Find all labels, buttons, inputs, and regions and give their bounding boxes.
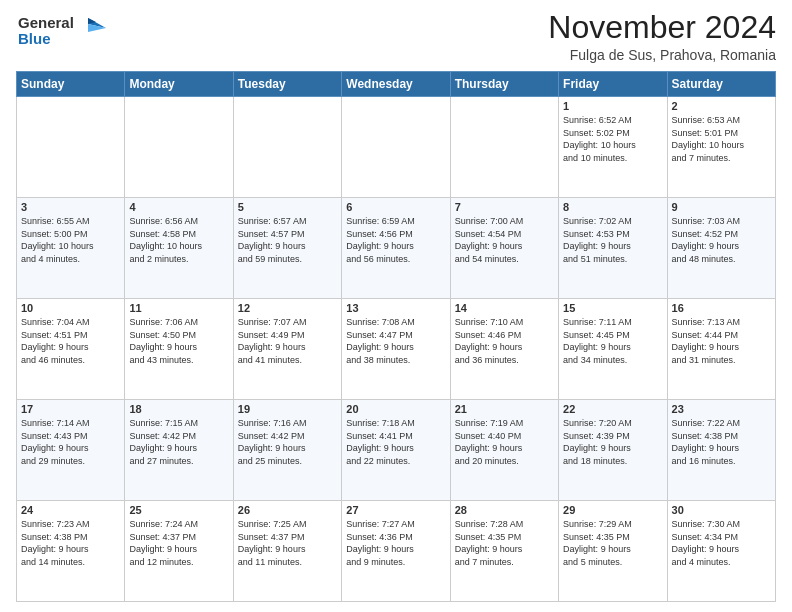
- calendar-week-row: 24Sunrise: 7:23 AM Sunset: 4:38 PM Dayli…: [17, 501, 776, 602]
- svg-text:General: General: [18, 14, 74, 31]
- svg-text:Blue: Blue: [18, 30, 51, 47]
- calendar-cell: [450, 97, 558, 198]
- header: General Blue November 2024 Fulga de Sus,…: [16, 10, 776, 63]
- calendar-cell: 8Sunrise: 7:02 AM Sunset: 4:53 PM Daylig…: [559, 198, 667, 299]
- day-number: 6: [346, 201, 445, 213]
- calendar-cell: 5Sunrise: 6:57 AM Sunset: 4:57 PM Daylig…: [233, 198, 341, 299]
- day-number: 15: [563, 302, 662, 314]
- day-info: Sunrise: 7:11 AM Sunset: 4:45 PM Dayligh…: [563, 316, 662, 366]
- calendar-cell: 19Sunrise: 7:16 AM Sunset: 4:42 PM Dayli…: [233, 400, 341, 501]
- day-info: Sunrise: 7:13 AM Sunset: 4:44 PM Dayligh…: [672, 316, 771, 366]
- calendar-cell: 15Sunrise: 7:11 AM Sunset: 4:45 PM Dayli…: [559, 299, 667, 400]
- calendar-week-row: 10Sunrise: 7:04 AM Sunset: 4:51 PM Dayli…: [17, 299, 776, 400]
- title-area: November 2024 Fulga de Sus, Prahova, Rom…: [548, 10, 776, 63]
- calendar-cell: 22Sunrise: 7:20 AM Sunset: 4:39 PM Dayli…: [559, 400, 667, 501]
- day-number: 8: [563, 201, 662, 213]
- day-number: 11: [129, 302, 228, 314]
- day-number: 19: [238, 403, 337, 415]
- calendar-cell: 23Sunrise: 7:22 AM Sunset: 4:38 PM Dayli…: [667, 400, 775, 501]
- day-number: 12: [238, 302, 337, 314]
- day-number: 30: [672, 504, 771, 516]
- calendar-cell: 17Sunrise: 7:14 AM Sunset: 4:43 PM Dayli…: [17, 400, 125, 501]
- day-info: Sunrise: 7:14 AM Sunset: 4:43 PM Dayligh…: [21, 417, 120, 467]
- logo-text: General Blue: [16, 10, 106, 58]
- calendar-cell: 16Sunrise: 7:13 AM Sunset: 4:44 PM Dayli…: [667, 299, 775, 400]
- day-info: Sunrise: 7:02 AM Sunset: 4:53 PM Dayligh…: [563, 215, 662, 265]
- day-info: Sunrise: 6:52 AM Sunset: 5:02 PM Dayligh…: [563, 114, 662, 164]
- calendar-cell: 20Sunrise: 7:18 AM Sunset: 4:41 PM Dayli…: [342, 400, 450, 501]
- day-info: Sunrise: 7:08 AM Sunset: 4:47 PM Dayligh…: [346, 316, 445, 366]
- col-monday: Monday: [125, 72, 233, 97]
- calendar-cell: 28Sunrise: 7:28 AM Sunset: 4:35 PM Dayli…: [450, 501, 558, 602]
- calendar-cell: [125, 97, 233, 198]
- day-number: 22: [563, 403, 662, 415]
- calendar-cell: 3Sunrise: 6:55 AM Sunset: 5:00 PM Daylig…: [17, 198, 125, 299]
- calendar-cell: 2Sunrise: 6:53 AM Sunset: 5:01 PM Daylig…: [667, 97, 775, 198]
- calendar-week-row: 17Sunrise: 7:14 AM Sunset: 4:43 PM Dayli…: [17, 400, 776, 501]
- calendar-cell: 29Sunrise: 7:29 AM Sunset: 4:35 PM Dayli…: [559, 501, 667, 602]
- day-info: Sunrise: 7:03 AM Sunset: 4:52 PM Dayligh…: [672, 215, 771, 265]
- day-number: 7: [455, 201, 554, 213]
- day-number: 13: [346, 302, 445, 314]
- day-info: Sunrise: 6:55 AM Sunset: 5:00 PM Dayligh…: [21, 215, 120, 265]
- calendar-week-row: 1Sunrise: 6:52 AM Sunset: 5:02 PM Daylig…: [17, 97, 776, 198]
- calendar-cell: [233, 97, 341, 198]
- day-number: 5: [238, 201, 337, 213]
- col-saturday: Saturday: [667, 72, 775, 97]
- col-friday: Friday: [559, 72, 667, 97]
- col-sunday: Sunday: [17, 72, 125, 97]
- day-number: 3: [21, 201, 120, 213]
- day-number: 25: [129, 504, 228, 516]
- day-info: Sunrise: 6:59 AM Sunset: 4:56 PM Dayligh…: [346, 215, 445, 265]
- calendar-cell: 25Sunrise: 7:24 AM Sunset: 4:37 PM Dayli…: [125, 501, 233, 602]
- day-info: Sunrise: 7:16 AM Sunset: 4:42 PM Dayligh…: [238, 417, 337, 467]
- day-info: Sunrise: 7:06 AM Sunset: 4:50 PM Dayligh…: [129, 316, 228, 366]
- calendar-table: Sunday Monday Tuesday Wednesday Thursday…: [16, 71, 776, 602]
- calendar-cell: [17, 97, 125, 198]
- calendar-cell: 26Sunrise: 7:25 AM Sunset: 4:37 PM Dayli…: [233, 501, 341, 602]
- col-tuesday: Tuesday: [233, 72, 341, 97]
- day-number: 17: [21, 403, 120, 415]
- calendar-cell: 7Sunrise: 7:00 AM Sunset: 4:54 PM Daylig…: [450, 198, 558, 299]
- day-number: 26: [238, 504, 337, 516]
- day-info: Sunrise: 6:57 AM Sunset: 4:57 PM Dayligh…: [238, 215, 337, 265]
- day-info: Sunrise: 7:30 AM Sunset: 4:34 PM Dayligh…: [672, 518, 771, 568]
- calendar-header-row: Sunday Monday Tuesday Wednesday Thursday…: [17, 72, 776, 97]
- day-number: 14: [455, 302, 554, 314]
- logo: General Blue: [16, 10, 106, 58]
- page: General Blue November 2024 Fulga de Sus,…: [0, 0, 792, 612]
- day-number: 2: [672, 100, 771, 112]
- day-info: Sunrise: 7:24 AM Sunset: 4:37 PM Dayligh…: [129, 518, 228, 568]
- day-info: Sunrise: 7:07 AM Sunset: 4:49 PM Dayligh…: [238, 316, 337, 366]
- location: Fulga de Sus, Prahova, Romania: [548, 47, 776, 63]
- calendar-week-row: 3Sunrise: 6:55 AM Sunset: 5:00 PM Daylig…: [17, 198, 776, 299]
- day-info: Sunrise: 7:10 AM Sunset: 4:46 PM Dayligh…: [455, 316, 554, 366]
- day-number: 28: [455, 504, 554, 516]
- col-thursday: Thursday: [450, 72, 558, 97]
- month-title: November 2024: [548, 10, 776, 45]
- calendar-cell: [342, 97, 450, 198]
- day-info: Sunrise: 7:29 AM Sunset: 4:35 PM Dayligh…: [563, 518, 662, 568]
- calendar-cell: 4Sunrise: 6:56 AM Sunset: 4:58 PM Daylig…: [125, 198, 233, 299]
- calendar-cell: 24Sunrise: 7:23 AM Sunset: 4:38 PM Dayli…: [17, 501, 125, 602]
- day-info: Sunrise: 7:18 AM Sunset: 4:41 PM Dayligh…: [346, 417, 445, 467]
- calendar-cell: 12Sunrise: 7:07 AM Sunset: 4:49 PM Dayli…: [233, 299, 341, 400]
- day-info: Sunrise: 7:27 AM Sunset: 4:36 PM Dayligh…: [346, 518, 445, 568]
- day-info: Sunrise: 7:25 AM Sunset: 4:37 PM Dayligh…: [238, 518, 337, 568]
- day-number: 23: [672, 403, 771, 415]
- calendar-cell: 9Sunrise: 7:03 AM Sunset: 4:52 PM Daylig…: [667, 198, 775, 299]
- calendar-cell: 30Sunrise: 7:30 AM Sunset: 4:34 PM Dayli…: [667, 501, 775, 602]
- day-info: Sunrise: 7:22 AM Sunset: 4:38 PM Dayligh…: [672, 417, 771, 467]
- calendar-cell: 11Sunrise: 7:06 AM Sunset: 4:50 PM Dayli…: [125, 299, 233, 400]
- calendar-cell: 13Sunrise: 7:08 AM Sunset: 4:47 PM Dayli…: [342, 299, 450, 400]
- day-number: 21: [455, 403, 554, 415]
- day-number: 1: [563, 100, 662, 112]
- day-info: Sunrise: 6:53 AM Sunset: 5:01 PM Dayligh…: [672, 114, 771, 164]
- day-number: 10: [21, 302, 120, 314]
- day-number: 27: [346, 504, 445, 516]
- col-wednesday: Wednesday: [342, 72, 450, 97]
- day-number: 16: [672, 302, 771, 314]
- day-info: Sunrise: 7:20 AM Sunset: 4:39 PM Dayligh…: [563, 417, 662, 467]
- calendar-cell: 27Sunrise: 7:27 AM Sunset: 4:36 PM Dayli…: [342, 501, 450, 602]
- day-info: Sunrise: 7:15 AM Sunset: 4:42 PM Dayligh…: [129, 417, 228, 467]
